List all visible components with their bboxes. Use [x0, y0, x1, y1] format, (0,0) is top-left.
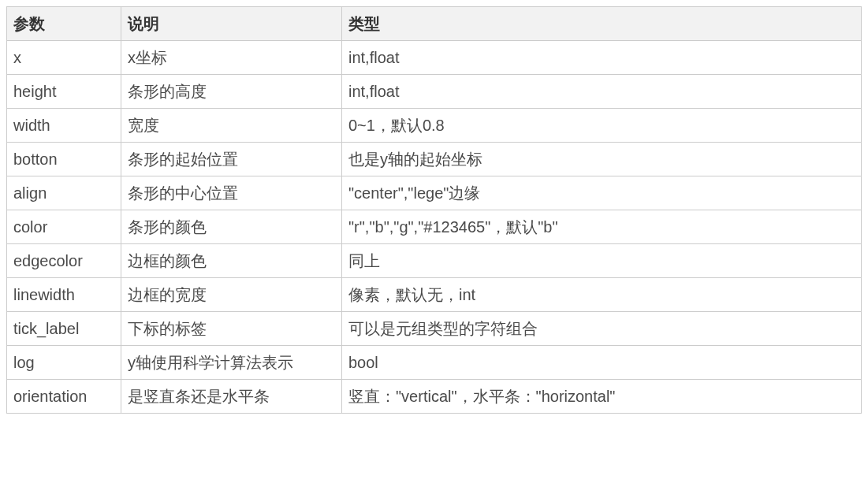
cell-desc: 宽度: [121, 109, 342, 143]
cell-desc: 边框的宽度: [121, 278, 342, 312]
cell-type: int,float: [342, 41, 862, 75]
table-row: orientation 是竖直条还是水平条 竖直："vertical"，水平条：…: [7, 380, 862, 414]
cell-param: height: [7, 75, 121, 109]
header-desc: 说明: [121, 7, 342, 41]
cell-param: x: [7, 41, 121, 75]
cell-type: 0~1，默认0.8: [342, 109, 862, 143]
cell-desc: 边框的颜色: [121, 244, 342, 278]
table-row: botton 条形的起始位置 也是y轴的起始坐标: [7, 143, 862, 176]
cell-desc: 条形的颜色: [121, 210, 342, 244]
table-row: height 条形的高度 int,float: [7, 75, 862, 109]
cell-desc: x坐标: [121, 41, 342, 75]
cell-type: bool: [342, 346, 862, 380]
cell-type: "center","lege"边缘: [342, 176, 862, 210]
table-row: color 条形的颜色 "r","b","g","#123465"，默认"b": [7, 210, 862, 244]
cell-param: edgecolor: [7, 244, 121, 278]
table-row: x x坐标 int,float: [7, 41, 862, 75]
cell-param: width: [7, 109, 121, 143]
cell-type: 可以是元组类型的字符组合: [342, 312, 862, 346]
table-row: edgecolor 边框的颜色 同上: [7, 244, 862, 278]
header-param: 参数: [7, 7, 121, 41]
cell-param: orientation: [7, 380, 121, 414]
parameter-table: 参数 说明 类型 x x坐标 int,float height 条形的高度 in…: [6, 6, 862, 414]
table-row: width 宽度 0~1，默认0.8: [7, 109, 862, 143]
cell-type: 同上: [342, 244, 862, 278]
cell-type: 像素，默认无，int: [342, 278, 862, 312]
table-row: align 条形的中心位置 "center","lege"边缘: [7, 176, 862, 210]
cell-type: 竖直："vertical"，水平条："horizontal": [342, 380, 862, 414]
cell-param: botton: [7, 143, 121, 176]
cell-desc: y轴使用科学计算法表示: [121, 346, 342, 380]
cell-param: linewidth: [7, 278, 121, 312]
table-header-row: 参数 说明 类型: [7, 7, 862, 41]
cell-param: log: [7, 346, 121, 380]
cell-desc: 条形的中心位置: [121, 176, 342, 210]
cell-param: color: [7, 210, 121, 244]
cell-desc: 条形的高度: [121, 75, 342, 109]
cell-param: align: [7, 176, 121, 210]
table-row: linewidth 边框的宽度 像素，默认无，int: [7, 278, 862, 312]
table-row: log y轴使用科学计算法表示 bool: [7, 346, 862, 380]
cell-desc: 下标的标签: [121, 312, 342, 346]
cell-type: int,float: [342, 75, 862, 109]
cell-type: "r","b","g","#123465"，默认"b": [342, 210, 862, 244]
cell-desc: 条形的起始位置: [121, 143, 342, 176]
cell-param: tick_label: [7, 312, 121, 346]
header-type: 类型: [342, 7, 862, 41]
cell-desc: 是竖直条还是水平条: [121, 380, 342, 414]
table-row: tick_label 下标的标签 可以是元组类型的字符组合: [7, 312, 862, 346]
cell-type: 也是y轴的起始坐标: [342, 143, 862, 176]
